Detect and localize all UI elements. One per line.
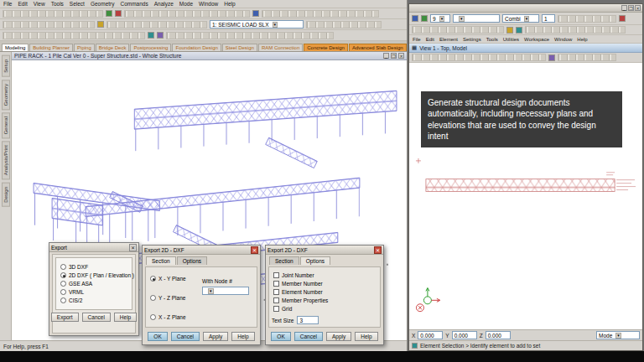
radio-icon[interactable] <box>60 272 66 278</box>
close-icon[interactable]: ✕ <box>251 246 258 254</box>
check-member-properties[interactable]: Member Properties <box>273 297 376 303</box>
tab-postprocessing[interactable]: Postprocessing <box>130 44 171 51</box>
toolbar-icons[interactable] <box>412 26 504 34</box>
sidebar-tab-general[interactable]: General <box>2 112 10 138</box>
sidebar-tab-geometry[interactable]: Geometry <box>2 80 10 110</box>
sidebar-tab-design[interactable]: Design <box>2 183 10 207</box>
chevron-down-icon[interactable]: ▾ <box>208 288 214 294</box>
toolbar-icons[interactable] <box>124 10 250 18</box>
menu-help[interactable]: Help <box>577 37 587 42</box>
menu-file[interactable]: File <box>413 37 421 42</box>
radio-gse-asa[interactable]: GSE ASA <box>60 281 127 287</box>
checkbox-icon[interactable] <box>273 297 279 303</box>
toolbar-icons[interactable] <box>3 10 103 18</box>
menu-settings[interactable]: Settings <box>463 37 481 42</box>
radio-xy-plane[interactable]: X - Y Plane <box>150 276 197 282</box>
menu-help[interactable]: Help <box>224 1 235 7</box>
cancel-button[interactable]: Cancel <box>294 332 323 341</box>
tab-bridge-deck[interactable]: Bridge Deck <box>96 44 130 51</box>
combi-combo[interactable]: Combi▾ <box>502 14 539 23</box>
y-coordinate-field[interactable]: 0.000 <box>452 331 477 339</box>
toolbar-icon[interactable] <box>157 32 164 39</box>
export-dialog-titlebar[interactable]: Export ✕ <box>49 243 138 252</box>
menu-window[interactable]: Window <box>554 37 572 42</box>
close-icon[interactable]: ✕ <box>635 5 641 11</box>
window-titlebar[interactable]: ▁ ❐ ✕ <box>409 4 642 13</box>
toolbar-icon[interactable] <box>115 10 122 17</box>
menu-mode[interactable]: Mode <box>179 1 193 7</box>
view-caption-bar[interactable]: ▦ View 1 - Top, Model <box>409 44 642 53</box>
chevron-down-icon[interactable]: ▾ <box>439 16 445 22</box>
toolbar-row-2[interactable]: 1: SEISMIC LOAD SLX ▾ <box>0 19 407 30</box>
tab-advanced-slab-design[interactable]: Advanced Slab Design <box>349 44 407 51</box>
ok-button[interactable]: OK <box>271 332 290 341</box>
radio-icon[interactable] <box>60 264 66 270</box>
toolbar-icon[interactable] <box>548 54 555 61</box>
with-node-combo[interactable]: ▾ <box>202 287 249 295</box>
tab-options[interactable]: Options <box>177 256 207 265</box>
menu-view[interactable]: View <box>34 1 45 7</box>
tab-steel-design[interactable]: Steel Design <box>222 44 257 51</box>
dialog-titlebar[interactable]: Export 2D - DXF ✕ <box>143 246 260 255</box>
mode-combo[interactable]: Mode▾ <box>596 331 640 339</box>
tab-options[interactable]: Options <box>300 256 330 265</box>
style-combo[interactable]: ▾ <box>453 14 500 23</box>
toolbar-icons[interactable] <box>166 32 334 39</box>
tab-concrete-design[interactable]: Concrete Design <box>304 44 348 51</box>
tab-section[interactable]: Section <box>269 256 299 265</box>
toolbar-row-1[interactable]: 9▾ ▾ Combi▾ 1 <box>409 13 642 25</box>
chevron-down-icon[interactable]: ▾ <box>459 16 465 22</box>
radio-icon[interactable] <box>150 276 156 282</box>
help-button[interactable]: Help <box>231 332 254 341</box>
toolbar-icons[interactable] <box>262 10 379 18</box>
sidebar-tab-analysis-print[interactable]: Analysis/Print <box>2 141 10 179</box>
check-joint-number[interactable]: Joint Number <box>273 272 376 278</box>
radio-icon[interactable] <box>60 297 66 303</box>
close-icon[interactable]: ✕ <box>129 244 137 251</box>
menu-window[interactable]: Window <box>199 1 218 7</box>
ok-button[interactable]: OK <box>148 332 167 341</box>
export-button[interactable]: Export <box>51 313 79 322</box>
tab-section[interactable]: Section <box>146 256 176 265</box>
close-icon[interactable]: ✕ <box>398 53 404 59</box>
toolbar-icons[interactable] <box>525 26 626 34</box>
menu-commands[interactable]: Commands <box>120 1 148 7</box>
toolbar-icons[interactable] <box>3 21 95 28</box>
toolbar-icon[interactable] <box>516 27 522 34</box>
chevron-down-icon[interactable]: ▾ <box>273 22 278 28</box>
drawing-canvas[interactable]: Generate structural design documents aut… <box>409 63 642 329</box>
load-case-combo[interactable]: 1: SEISMIC LOAD SLX ▾ <box>210 20 304 28</box>
menu-analyze[interactable]: Analyze <box>154 1 174 7</box>
toolbar-row-2[interactable] <box>409 25 642 35</box>
toolbar-icon[interactable] <box>148 32 154 39</box>
cancel-button[interactable]: Cancel <box>82 313 111 322</box>
menu-edit[interactable]: Edit <box>426 37 434 42</box>
toolbar-icon[interactable] <box>412 15 418 22</box>
radio-vrml[interactable]: VRML <box>60 289 127 295</box>
tab-building-planner[interactable]: Building Planner <box>29 44 73 51</box>
toolbar-icon[interactable] <box>421 15 428 22</box>
tab-piping[interactable]: Piping <box>74 44 95 51</box>
toolbar-icons[interactable] <box>306 21 382 28</box>
check-grid[interactable]: Grid <box>273 306 376 312</box>
toolbar-row-3[interactable] <box>0 30 407 41</box>
toolbar-icons[interactable] <box>3 32 145 39</box>
toolbar-icons[interactable] <box>558 15 616 23</box>
radio-icon[interactable] <box>150 295 156 301</box>
tab-modeling[interactable]: Modeling <box>2 44 29 51</box>
toolbar-icon[interactable] <box>106 10 112 17</box>
chevron-down-icon[interactable]: ▾ <box>615 333 621 339</box>
menu-select[interactable]: Select <box>70 1 85 7</box>
toolbar-icons[interactable] <box>106 21 207 28</box>
cancel-button[interactable]: Cancel <box>171 332 200 341</box>
tab-foundation-design[interactable]: Foundation Design <box>172 44 221 51</box>
minimize-icon[interactable]: ▁ <box>383 53 389 59</box>
help-button[interactable]: Help <box>355 332 377 341</box>
radio-3d-dxf[interactable]: 3D DXF <box>60 264 127 270</box>
check-member-number[interactable]: Member Number <box>273 281 376 287</box>
document-titlebar[interactable]: PIPE RACK - 1 Pile Cal Ver 0 - Super Str… <box>12 52 407 60</box>
maximize-icon[interactable]: ❐ <box>628 5 634 11</box>
checkbox-icon[interactable] <box>273 281 279 287</box>
radio-cis2[interactable]: CIS/2 <box>60 297 127 303</box>
zoom-combo[interactable]: 9▾ <box>430 14 450 23</box>
